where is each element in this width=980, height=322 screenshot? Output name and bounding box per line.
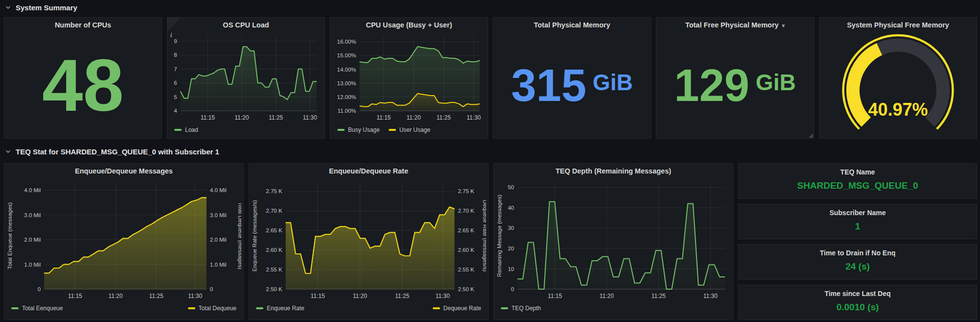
chart-legend: Load xyxy=(167,124,325,136)
free-memory-gauge: 40.97% xyxy=(821,32,975,139)
panel-title[interactable]: Enqueue/Dequeue Messages xyxy=(4,164,243,178)
svg-text:2.0 Mil: 2.0 Mil xyxy=(24,237,41,243)
svg-text:11:15: 11:15 xyxy=(311,293,325,299)
svg-text:3.0 Mil: 3.0 Mil xyxy=(210,212,227,218)
section-title: TEQ Stat for SHARDED_MSG_QUEUE_0 with Su… xyxy=(16,148,219,156)
legend-swatch xyxy=(256,307,263,309)
svg-text:2.50 K: 2.50 K xyxy=(458,286,474,292)
info-icon[interactable]: i xyxy=(167,18,181,31)
legend-item[interactable]: Busy Usage xyxy=(337,126,380,133)
svg-text:11:25: 11:25 xyxy=(269,114,283,121)
svg-text:11:15: 11:15 xyxy=(68,293,82,299)
legend-item[interactable]: Dequeue Rate xyxy=(433,305,481,312)
panel-title[interactable]: Enqueue/Dequeue Rate xyxy=(249,164,488,178)
svg-text:6: 6 xyxy=(174,80,177,86)
panel-total-free-physical-memory: Total Free Physical Memory▾ 129 GiB xyxy=(656,17,814,139)
panel-title[interactable]: Time since Last Deq xyxy=(739,290,977,297)
svg-text:11:25: 11:25 xyxy=(437,114,451,121)
panel-enqueue-dequeue-messages: Enqueue/Dequeue Messages 001.0 Mil1.0 Mi… xyxy=(4,163,244,320)
legend-item[interactable]: TEQ Depth xyxy=(501,305,541,312)
svg-text:11:30: 11:30 xyxy=(188,293,202,299)
panel-title[interactable]: CPU Usage (Busy + User) xyxy=(330,18,488,32)
panel-os-cpu-load: i OS CPU Load 45678911:1511:2011:2511:30… xyxy=(167,17,325,139)
svg-text:10: 10 xyxy=(508,266,514,272)
svg-text:Remaining Message (messages): Remaining Message (messages) xyxy=(496,195,502,277)
panel-total-physical-memory: Total Physical Memory 315 GiB xyxy=(493,17,651,139)
svg-text:4.0 Mil: 4.0 Mil xyxy=(24,187,41,193)
section-header-teq-stat[interactable]: TEQ Stat for SHARDED_MSG_QUEUE_0 with Su… xyxy=(5,145,219,158)
panel-title[interactable]: Total Free Physical Memory▾ xyxy=(656,18,814,32)
svg-text:2.60 K: 2.60 K xyxy=(458,247,474,253)
legend-item[interactable]: Enqueue Rate xyxy=(256,305,304,312)
free-memory-unit: GiB xyxy=(756,71,796,94)
svg-text:11:25: 11:25 xyxy=(652,293,666,299)
svg-text:2.55 K: 2.55 K xyxy=(458,267,474,272)
panel-title[interactable]: TEQ Name xyxy=(739,168,977,176)
panel-number-of-cpus: Number of CPUs 48 xyxy=(4,17,162,139)
legend-swatch xyxy=(501,307,508,309)
legend-item[interactable]: Total Dequeue xyxy=(188,305,236,312)
teq-stats-column: TEQ Name SHARDED_MSG_QUEUE_0 Subscriber … xyxy=(738,163,977,320)
svg-text:11:20: 11:20 xyxy=(234,114,249,121)
svg-text:7: 7 xyxy=(174,66,177,72)
stat-value-wrap: 129 GiB xyxy=(656,32,814,138)
svg-text:11:30: 11:30 xyxy=(303,114,317,121)
panel-system-physical-free-memory: System Physical Free Memory 40.97% xyxy=(819,17,977,139)
enqueue-dequeue-rate-chart[interactable]: 2.50 K2.50 K2.55 K2.55 K2.60 K2.60 K2.65… xyxy=(251,178,486,302)
panel-title[interactable]: System Physical Free Memory xyxy=(819,18,977,32)
svg-text:2.50 K: 2.50 K xyxy=(266,286,282,292)
panel-title[interactable]: Total Physical Memory xyxy=(493,18,651,32)
svg-text:2.70 K: 2.70 K xyxy=(266,208,282,214)
resize-handle[interactable] xyxy=(809,133,813,138)
panel-title[interactable]: OS CPU Load xyxy=(167,18,325,32)
panel-title[interactable]: TEQ Depth (Remaining Messages) xyxy=(494,164,733,178)
section-title: System Summary xyxy=(16,3,77,12)
legend-item[interactable]: Load xyxy=(174,126,198,133)
enqueue-dequeue-messages-chart[interactable]: 001.0 Mil1.0 Mil2.0 Mil2.0 Mil3.0 Mil3.0… xyxy=(6,178,241,302)
chevron-down-icon[interactable] xyxy=(5,149,11,155)
panel-time-since-last-deq: Time since Last Deq 0.0010 (s) xyxy=(738,285,977,321)
panel-title[interactable]: Time to Drain if No Enq xyxy=(739,249,977,257)
svg-text:11:20: 11:20 xyxy=(600,293,614,299)
svg-text:1.0 Mil: 1.0 Mil xyxy=(24,262,41,268)
legend-item[interactable]: User Usage xyxy=(389,126,430,133)
svg-text:11:30: 11:30 xyxy=(436,293,450,299)
svg-text:2.0 Mil: 2.0 Mil xyxy=(210,237,227,243)
section-header-system-summary[interactable]: System Summary xyxy=(5,1,77,14)
svg-text:40: 40 xyxy=(508,205,514,211)
subscriber-name-value: 1 xyxy=(739,217,977,239)
chart-legend: Enqueue RateDequeue Rate xyxy=(249,302,488,315)
svg-text:Total Dequeue (messages): Total Dequeue (messages) xyxy=(237,202,241,270)
chevron-down-icon[interactable] xyxy=(5,4,11,11)
svg-text:2.65 K: 2.65 K xyxy=(266,227,282,233)
svg-text:4: 4 xyxy=(174,108,177,114)
svg-text:20: 20 xyxy=(508,246,514,251)
legend-item[interactable]: Total Eenqueue xyxy=(11,305,63,312)
svg-text:11:30: 11:30 xyxy=(703,293,718,299)
panel-title[interactable]: Number of CPUs xyxy=(4,18,162,32)
svg-text:11:15: 11:15 xyxy=(548,293,562,299)
svg-text:15.00%: 15.00% xyxy=(337,52,356,58)
os-cpu-load-chart[interactable]: 45678911:1511:2011:2511:30 xyxy=(169,32,323,124)
svg-text:8: 8 xyxy=(174,52,177,58)
chart-legend: Busy UsageUser Usage xyxy=(330,124,488,136)
svg-text:11:25: 11:25 xyxy=(395,293,409,299)
chart-legend: Total EenqueueTotal Dequeue xyxy=(4,302,243,315)
dropdown-caret-icon[interactable]: ▾ xyxy=(782,23,785,28)
time-to-drain-value: 24 (s) xyxy=(739,257,977,279)
svg-text:5: 5 xyxy=(174,94,177,100)
panel-title[interactable]: Subscriber Name xyxy=(739,209,977,217)
svg-text:50: 50 xyxy=(508,184,514,190)
svg-text:11:15: 11:15 xyxy=(376,114,391,121)
svg-text:2.55 K: 2.55 K xyxy=(266,267,282,272)
teq-depth-chart[interactable]: 0102030405011:1511:2011:2511:30Remaining… xyxy=(496,178,731,302)
svg-text:0: 0 xyxy=(38,286,41,292)
legend-swatch xyxy=(389,129,396,131)
cpu-usage-chart[interactable]: 11.00%12.00%13.00%14.00%15.00%16.00%11:1… xyxy=(332,32,486,124)
svg-text:16.00%: 16.00% xyxy=(337,39,356,45)
svg-text:11:20: 11:20 xyxy=(353,293,367,299)
svg-text:12.00%: 12.00% xyxy=(337,94,356,100)
time-since-last-deq-value: 0.0010 (s) xyxy=(739,297,977,320)
panel-teq-depth: TEQ Depth (Remaining Messages) 010203040… xyxy=(493,163,733,320)
teq-name-value: SHARDED_MSG_QUEUE_0 xyxy=(739,176,977,198)
